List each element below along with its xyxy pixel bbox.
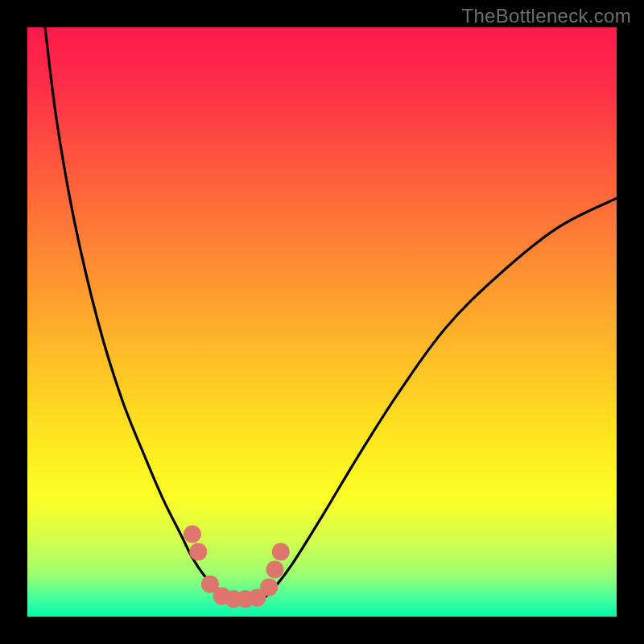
series-left-curve xyxy=(45,27,228,599)
marker-dot xyxy=(184,526,201,543)
marker-dot xyxy=(272,543,290,560)
chart-frame: TheBottleneck.com xyxy=(0,0,644,644)
marker-dot xyxy=(266,560,283,578)
marker-dot xyxy=(189,543,207,560)
marker-group xyxy=(184,526,290,609)
plot-area xyxy=(27,27,617,617)
chart-svg xyxy=(27,27,617,617)
marker-dot xyxy=(260,578,278,596)
watermark-text: TheBottleneck.com xyxy=(461,5,631,27)
series-right-curve xyxy=(263,198,617,599)
